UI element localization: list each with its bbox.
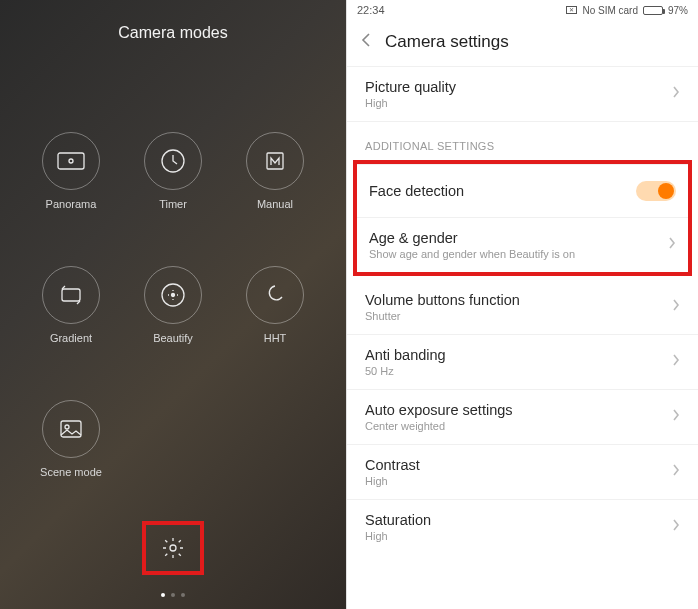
status-bar: 22:34 ✕ No SIM card 97% — [347, 0, 698, 20]
settings-gear-highlight — [142, 521, 204, 575]
svg-point-1 — [69, 159, 73, 163]
row-saturation[interactable]: Saturation High — [347, 500, 698, 554]
camera-modes-title: Camera modes — [0, 24, 346, 42]
timer-icon — [144, 132, 202, 190]
row-label: Face detection — [369, 183, 464, 199]
row-label: Picture quality — [365, 79, 456, 95]
hht-icon — [246, 266, 304, 324]
chevron-right-icon — [672, 298, 680, 316]
camera-settings-panel: 22:34 ✕ No SIM card 97% Camera settings … — [346, 0, 698, 609]
gradient-icon — [42, 266, 100, 324]
svg-rect-7 — [61, 421, 81, 437]
row-sub: High — [365, 475, 420, 487]
row-face-detection[interactable]: Face detection — [357, 164, 688, 218]
row-age-gender[interactable]: Age & gender Show age and gender when Be… — [357, 218, 688, 272]
row-contrast[interactable]: Contrast High — [347, 445, 698, 500]
settings-header: Camera settings — [347, 20, 698, 66]
status-sim: No SIM card — [582, 5, 638, 16]
row-label: Volume buttons function — [365, 292, 520, 308]
panorama-icon — [42, 132, 100, 190]
mode-scene-mode[interactable]: Scene mode — [20, 400, 122, 478]
mode-label: Manual — [257, 198, 293, 210]
mode-row-2: Scene mode — [0, 400, 346, 478]
mode-label: Beautify — [153, 332, 193, 344]
row-picture-quality[interactable]: Picture quality High — [347, 66, 698, 122]
row-sub: High — [365, 530, 431, 542]
row-sub: Shutter — [365, 310, 520, 322]
chevron-right-icon — [672, 85, 680, 103]
settings-gear-button[interactable] — [160, 535, 186, 561]
mode-label: Timer — [159, 198, 187, 210]
row-label: Auto exposure settings — [365, 402, 513, 418]
svg-rect-3 — [267, 153, 283, 169]
beautify-icon — [144, 266, 202, 324]
dot-2 — [171, 593, 175, 597]
battery-icon — [643, 6, 663, 15]
mode-beautify[interactable]: Beautify — [122, 266, 224, 344]
row-volume-buttons[interactable]: Volume buttons function Shutter — [347, 280, 698, 335]
chevron-right-icon — [672, 408, 680, 426]
section-additional-settings: ADDITIONAL SETTINGS — [347, 122, 698, 162]
mode-label: Gradient — [50, 332, 92, 344]
row-label: Age & gender — [369, 230, 575, 246]
chevron-right-icon — [672, 463, 680, 481]
mode-hht[interactable]: HHT — [224, 266, 326, 344]
chevron-right-icon — [668, 236, 676, 254]
svg-point-9 — [170, 545, 176, 551]
svg-rect-0 — [58, 153, 84, 169]
mode-manual[interactable]: Manual — [224, 132, 326, 210]
row-label: Contrast — [365, 457, 420, 473]
row-sub: High — [365, 97, 456, 109]
dot-1 — [161, 593, 165, 597]
mode-label: HHT — [264, 332, 287, 344]
svg-point-8 — [65, 425, 69, 429]
row-sub: Show age and gender when Beautify is on — [369, 248, 575, 260]
row-sub: 50 Hz — [365, 365, 446, 377]
back-button[interactable] — [361, 32, 371, 52]
row-sub: Center weighted — [365, 420, 513, 432]
mode-label: Panorama — [46, 198, 97, 210]
face-detection-toggle[interactable] — [636, 181, 676, 201]
no-sim-icon: ✕ — [566, 6, 577, 14]
dot-3 — [181, 593, 185, 597]
row-label: Anti banding — [365, 347, 446, 363]
highlight-face-age: Face detection Age & gender Show age and… — [353, 160, 692, 276]
status-battery: 97% — [668, 5, 688, 16]
modes-grid: Panorama Timer Manual Gradient — [0, 132, 346, 344]
svg-rect-4 — [62, 289, 80, 301]
scene-mode-icon — [42, 400, 100, 458]
mode-panorama[interactable]: Panorama — [20, 132, 122, 210]
chevron-right-icon — [672, 353, 680, 371]
svg-point-6 — [172, 294, 175, 297]
manual-icon — [246, 132, 304, 190]
camera-modes-panel: Camera modes Panorama Timer Manual — [0, 0, 346, 609]
settings-list: Picture quality High ADDITIONAL SETTINGS… — [347, 66, 698, 609]
settings-title: Camera settings — [385, 32, 509, 52]
row-anti-banding[interactable]: Anti banding 50 Hz — [347, 335, 698, 390]
mode-gradient[interactable]: Gradient — [20, 266, 122, 344]
mode-timer[interactable]: Timer — [122, 132, 224, 210]
mode-label: Scene mode — [40, 466, 102, 478]
row-label: Saturation — [365, 512, 431, 528]
status-time: 22:34 — [357, 4, 385, 16]
row-auto-exposure[interactable]: Auto exposure settings Center weighted — [347, 390, 698, 445]
chevron-right-icon — [672, 518, 680, 536]
page-dots — [161, 593, 185, 597]
